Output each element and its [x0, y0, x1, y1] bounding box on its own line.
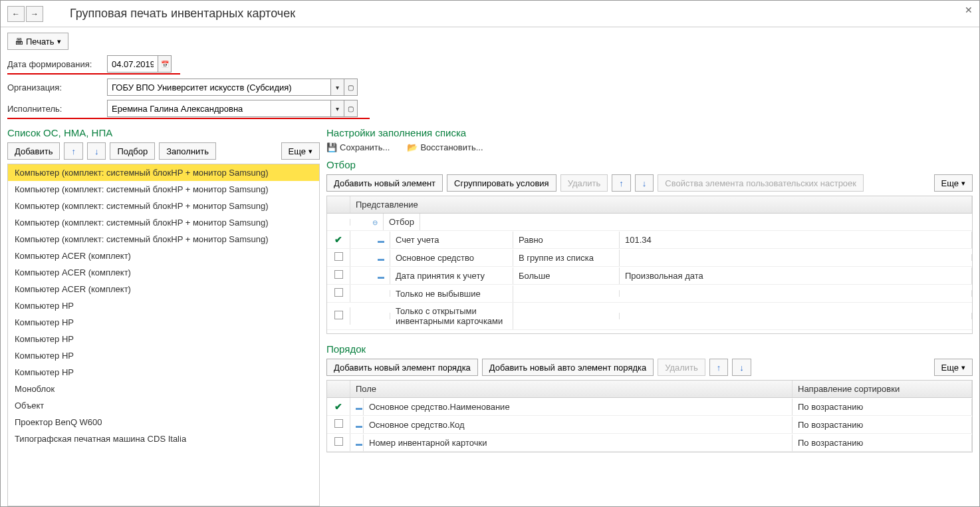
list-item[interactable]: Компьютер (комплект: системный блокHP + …	[8, 214, 319, 231]
left-heading: Список ОС, НМА, НПА	[7, 127, 320, 138]
item-icon: ▬	[375, 237, 384, 244]
chevron-down-icon[interactable]: ▾	[330, 79, 344, 95]
list-item[interactable]: Компьютер ACER (комплект)	[8, 264, 319, 281]
settings-heading: Настройки заполнения списка	[326, 127, 973, 138]
filter-cond	[513, 290, 620, 297]
chevron-down-icon[interactable]: ▾	[330, 100, 344, 116]
checkbox-icon[interactable]	[334, 437, 343, 446]
collapse-icon[interactable]: ⊖	[372, 219, 378, 226]
checkbox-checked-icon[interactable]: ✔	[334, 401, 342, 412]
order-dir: По возрастанию	[793, 434, 972, 451]
filter-field: Дата принятия к учету	[390, 267, 513, 284]
list-item[interactable]: Компьютер HP	[8, 364, 319, 381]
table-row[interactable]: Только с открытыми инвентарными карточка…	[327, 303, 972, 330]
filter-value	[620, 254, 972, 261]
list-item[interactable]: Типографская печатная машина CDS Italia	[8, 430, 319, 447]
filter-value	[620, 313, 972, 319]
checkbox-icon[interactable]	[334, 311, 343, 319]
filter-delete-button[interactable]: Удалить	[560, 174, 608, 192]
filter-cond: Равно	[513, 232, 620, 248]
restore-settings-link[interactable]: 📂 Восстановить...	[407, 142, 483, 152]
order-move-up-button[interactable]: ↑	[709, 359, 729, 376]
order-more-button[interactable]: Еще ▾	[934, 359, 973, 376]
os-list[interactable]: Компьютер (комплект: системный блокHP + …	[7, 164, 320, 506]
table-row[interactable]: ▬Основное средство.КодПо возрастанию	[327, 416, 972, 434]
filter-heading: Отбор	[326, 159, 973, 170]
item-icon: ▬	[375, 273, 384, 280]
org-label: Организация:	[7, 83, 107, 92]
filter-move-up-button[interactable]: ↑	[612, 174, 631, 192]
list-item[interactable]: Компьютер HP	[8, 331, 319, 347]
fill-button[interactable]: Заполнить	[159, 142, 216, 160]
date-label: Дата формирования:	[7, 59, 107, 69]
more-button[interactable]: Еще ▾	[281, 142, 320, 160]
filter-add-button[interactable]: Добавить новый элемент	[326, 174, 443, 192]
list-item[interactable]: Компьютер ACER (комплект)	[8, 281, 319, 297]
order-field: Номер инвентарной карточки	[364, 434, 793, 451]
move-down-button[interactable]: ↓	[87, 142, 106, 160]
open-icon[interactable]: ▢	[344, 100, 357, 116]
order-add-button[interactable]: Добавить новый элемент порядка	[326, 359, 478, 376]
order-dir: По возрастанию	[793, 417, 972, 433]
open-icon[interactable]: ▢	[344, 79, 357, 95]
filter-move-down-button[interactable]: ↓	[635, 174, 654, 192]
list-item[interactable]: Моноблок	[8, 381, 319, 397]
table-row[interactable]: Только не выбывшие	[327, 285, 972, 303]
checkbox-icon[interactable]	[334, 419, 343, 428]
checkbox-icon[interactable]	[334, 288, 343, 297]
list-item[interactable]: Компьютер ACER (комплект)	[8, 248, 319, 264]
calendar-icon[interactable]: 📅	[158, 56, 171, 72]
list-item[interactable]: Компьютер (комплект: системный блокHP + …	[8, 181, 319, 198]
table-row[interactable]: ✔▬Счет учетаРавно101.34	[327, 231, 972, 249]
back-button[interactable]: ←	[7, 6, 25, 22]
list-item[interactable]: Компьютер HP	[8, 314, 319, 331]
exec-label: Исполнитель:	[7, 104, 107, 114]
order-move-down-button[interactable]: ↓	[732, 359, 751, 376]
order-table[interactable]: ✔▬Основное средство.НаименованиеПо возра…	[327, 398, 972, 452]
filter-col-header: Представление	[350, 196, 972, 213]
table-row[interactable]: ▬Номер инвентарной карточкиПо возрастани…	[327, 434, 972, 452]
chevron-down-icon: ▾	[57, 37, 61, 46]
save-icon: 💾	[326, 142, 337, 152]
list-item[interactable]: Компьютер HP	[8, 347, 319, 364]
checkbox-icon[interactable]	[334, 270, 343, 279]
restore-icon: 📂	[407, 142, 418, 152]
org-input[interactable]	[108, 79, 330, 95]
filter-root-label: Отбор	[384, 214, 420, 230]
filter-props-button[interactable]: Свойства элемента пользовательских настр…	[658, 174, 864, 192]
checkbox-icon[interactable]	[334, 252, 343, 261]
order-col-field: Поле	[350, 381, 793, 397]
list-item[interactable]: Компьютер (комплект: системный блокHP + …	[8, 198, 319, 214]
print-button[interactable]: 🖶 Печать ▾	[7, 33, 68, 50]
date-input[interactable]	[108, 56, 158, 72]
filter-cond: В группе из списка	[513, 250, 620, 266]
filter-group-button[interactable]: Сгруппировать условия	[447, 174, 556, 192]
order-add-auto-button[interactable]: Добавить новый авто элемент порядка	[482, 359, 654, 376]
list-item[interactable]: Компьютер (комплект: системный блокHP + …	[8, 231, 319, 248]
order-field: Основное средство.Наименование	[364, 399, 793, 415]
list-item[interactable]: Проектор BenQ W600	[8, 414, 319, 430]
table-row[interactable]: ▬Дата принятия к учетуБольшеПроизвольная…	[327, 267, 972, 285]
list-item[interactable]: Компьютер (комплект: системный блокHP + …	[8, 164, 319, 181]
order-delete-button[interactable]: Удалить	[658, 359, 705, 376]
add-button[interactable]: Добавить	[7, 142, 60, 160]
save-settings-link[interactable]: 💾 Сохранить...	[326, 142, 390, 152]
filter-table[interactable]: ⊖ Отбор ✔▬Счет учетаРавно101.34▬Основное…	[327, 214, 972, 333]
list-item[interactable]: Объект	[8, 397, 319, 414]
move-up-button[interactable]: ↑	[64, 142, 83, 160]
printer-icon: 🖶	[15, 37, 23, 47]
table-row[interactable]: ✔▬Основное средство.НаименованиеПо возра…	[327, 398, 972, 416]
close-icon[interactable]: ✕	[965, 5, 973, 15]
pick-button[interactable]: Подбор	[110, 142, 155, 160]
forward-button[interactable]: →	[26, 6, 43, 22]
order-heading: Порядок	[326, 343, 973, 355]
list-item[interactable]: Компьютер HP	[8, 297, 319, 314]
table-row[interactable]: ▬Основное средствоВ группе из списка	[327, 249, 972, 267]
filter-cond	[513, 313, 620, 319]
checkbox-checked-icon[interactable]: ✔	[334, 234, 342, 245]
order-col-dir: Направление сортировки	[793, 381, 972, 397]
order-field: Основное средство.Код	[364, 417, 793, 433]
filter-more-button[interactable]: Еще ▾	[934, 174, 973, 192]
item-icon: ▬	[375, 255, 384, 262]
exec-input[interactable]	[108, 100, 330, 116]
